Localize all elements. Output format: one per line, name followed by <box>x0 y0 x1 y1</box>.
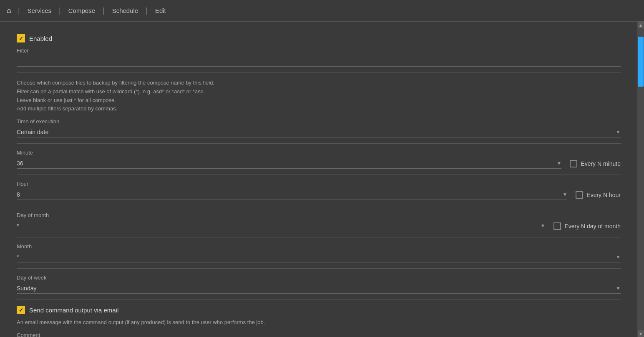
every-n-minute-checkbox[interactable] <box>570 160 577 167</box>
hour-arrow[interactable]: ▼ <box>562 192 567 197</box>
nav-services[interactable]: Services <box>22 7 58 14</box>
day-of-month-arrow[interactable]: ▼ <box>540 223 545 229</box>
day-of-month-label: Day of month <box>17 212 621 218</box>
hour-row: 8 ▼ Every N hour <box>17 190 621 200</box>
day-of-week-label: Day of week <box>17 275 621 281</box>
enabled-checkbox[interactable]: ✓ <box>17 34 25 42</box>
send-email-info: An email message with the command output… <box>17 318 621 327</box>
divider-3 <box>17 175 621 175</box>
month-select[interactable]: * ▼ <box>17 252 621 262</box>
every-n-hour-label: Every N hour <box>586 192 621 198</box>
enabled-row: ✓ Enabled <box>17 34 621 42</box>
every-n-day-checkbox[interactable] <box>553 222 561 230</box>
minute-select[interactable]: 36 ▼ <box>17 158 561 169</box>
filter-info-text: Choose which compose files to backup by … <box>17 79 621 113</box>
scrollbar-track: ▲ ▼ <box>637 22 644 337</box>
scrollbar-arrow-down[interactable]: ▼ <box>638 330 644 337</box>
send-email-checkmark-icon: ✓ <box>19 307 23 313</box>
day-of-week-select[interactable]: Sunday ▼ <box>17 283 621 294</box>
minute-label: Minute <box>17 150 621 156</box>
nav-compose[interactable]: Compose <box>63 7 101 14</box>
time-of-execution-value: Certain date <box>17 129 616 135</box>
time-of-execution-arrow[interactable]: ▼ <box>616 129 621 135</box>
page-wrapper: ✓ Enabled Filter Choose which compose fi… <box>0 22 644 337</box>
day-of-month-value: * <box>17 222 540 229</box>
minute-arrow[interactable]: ▼ <box>556 160 561 166</box>
filter-input[interactable] <box>17 56 621 67</box>
separator-4: | <box>146 6 148 15</box>
enabled-label: Enabled <box>29 35 52 42</box>
every-n-day-checkbox-row: Every N day of month <box>553 222 621 230</box>
main-content: ✓ Enabled Filter Choose which compose fi… <box>0 22 637 337</box>
every-n-hour-checkbox-row: Every N hour <box>576 191 621 199</box>
day-of-month-select[interactable]: * ▼ <box>17 221 545 231</box>
nav-schedule[interactable]: Schedule <box>106 7 144 14</box>
day-of-week-value: Sunday <box>17 285 616 292</box>
every-n-day-label: Every N day of month <box>564 223 621 230</box>
divider-1 <box>17 72 621 73</box>
minute-row: 36 ▼ Every N minute <box>17 158 621 169</box>
filter-label: Filter <box>17 47 621 54</box>
minute-value: 36 <box>17 160 556 167</box>
send-email-row: ✓ Send command output via email <box>17 306 621 314</box>
divider-7 <box>17 300 621 300</box>
scrollbar-arrow-up[interactable]: ▲ <box>638 22 644 28</box>
time-of-execution-select[interactable]: Certain date ▼ <box>17 127 621 137</box>
comment-label: Comment <box>17 332 621 337</box>
separator-2: | <box>59 6 61 15</box>
day-of-month-row: * ▼ Every N day of month <box>17 221 621 231</box>
hour-label: Hour <box>17 181 621 187</box>
scrollbar-thumb[interactable] <box>638 37 644 87</box>
separator-1: | <box>18 6 20 15</box>
home-icon[interactable]: ⌂ <box>7 6 11 15</box>
send-email-label: Send command output via email <box>29 307 118 314</box>
every-n-hour-checkbox[interactable] <box>576 191 583 199</box>
top-navigation: ⌂ | Services | Compose | Schedule | Edit <box>0 0 644 22</box>
month-label: Month <box>17 243 621 250</box>
checkmark-icon: ✓ <box>19 35 23 42</box>
divider-5 <box>17 237 621 237</box>
nav-edit[interactable]: Edit <box>149 7 172 14</box>
hour-value: 8 <box>17 191 562 198</box>
send-email-checkbox[interactable]: ✓ <box>17 306 25 314</box>
every-n-minute-label: Every N minute <box>581 160 621 167</box>
divider-2 <box>17 143 621 144</box>
every-n-minute-checkbox-row: Every N minute <box>570 160 621 167</box>
hour-select[interactable]: 8 ▼ <box>17 190 567 200</box>
separator-3: | <box>103 6 105 15</box>
divider-6 <box>17 268 621 269</box>
month-value: * <box>17 254 616 260</box>
time-of-execution-label: Time of execution <box>17 118 621 125</box>
month-arrow[interactable]: ▼ <box>616 254 621 260</box>
day-of-week-arrow[interactable]: ▼ <box>616 285 621 291</box>
divider-4 <box>17 206 621 206</box>
